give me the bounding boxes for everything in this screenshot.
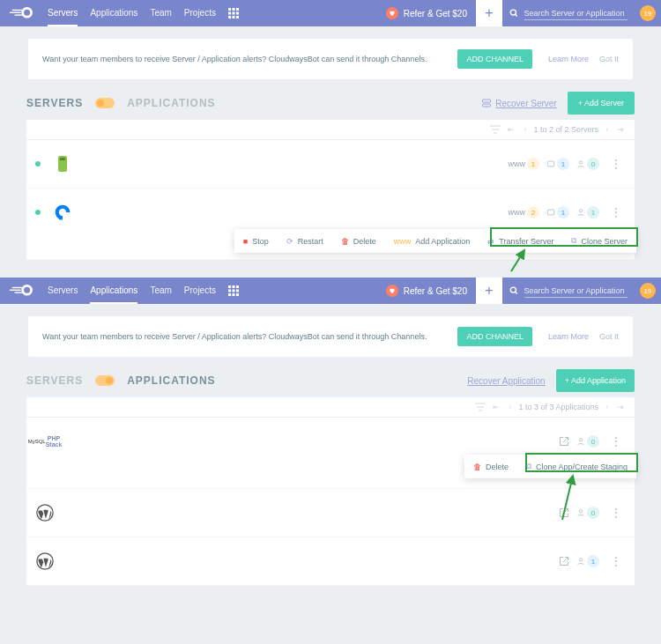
- row-menu-button[interactable]: ⋮: [606, 554, 626, 568]
- tab-servers[interactable]: SERVERS: [26, 97, 83, 109]
- page-next-icon[interactable]: ›: [604, 125, 610, 134]
- learn-more-link[interactable]: Learn More: [548, 55, 589, 63]
- recover-application-link[interactable]: Recover Application: [467, 376, 545, 386]
- page-last-icon[interactable]: ⇥: [615, 403, 626, 411]
- recover-server-link[interactable]: Recover Server: [481, 98, 556, 108]
- apps-grid-icon[interactable]: [228, 285, 239, 296]
- nav-team[interactable]: Team: [150, 1, 171, 26]
- menu-transfer-server[interactable]: ⇄Transfer Server: [479, 229, 562, 253]
- logo[interactable]: [0, 6, 44, 20]
- application-row[interactable]: 0 ⋮: [26, 489, 635, 537]
- nav-team[interactable]: Team: [150, 278, 171, 304]
- nav-servers[interactable]: Servers: [48, 1, 78, 26]
- tab-applications[interactable]: APPLICATIONS: [127, 374, 215, 387]
- add-button[interactable]: +: [476, 278, 502, 304]
- sort-icon[interactable]: [475, 403, 486, 411]
- svg-point-4: [24, 10, 30, 16]
- row-menu-button[interactable]: ⋮: [606, 157, 626, 171]
- svg-rect-16: [483, 100, 491, 102]
- nav-applications[interactable]: Applications: [90, 1, 137, 26]
- stat-projects: 1: [546, 158, 569, 170]
- svg-rect-8: [228, 12, 231, 15]
- search-input[interactable]: [524, 285, 628, 298]
- sort-icon[interactable]: [490, 125, 501, 134]
- svg-rect-38: [228, 290, 231, 292]
- search-input[interactable]: [524, 7, 628, 20]
- nav-projects[interactable]: Projects: [184, 1, 216, 26]
- svg-rect-5: [228, 8, 231, 11]
- wordpress-icon: [35, 551, 55, 571]
- nav-projects[interactable]: Projects: [184, 278, 216, 304]
- page-next-icon[interactable]: ›: [604, 403, 610, 411]
- refer-button[interactable]: Refer & Get $20: [377, 285, 476, 297]
- search-icon: [509, 285, 519, 296]
- learn-more-link[interactable]: Learn More: [548, 332, 589, 341]
- open-external-icon[interactable]: [559, 556, 569, 566]
- add-server-button[interactable]: + Add Server: [568, 92, 635, 115]
- menu-clone-server[interactable]: ⧉Clone Server: [562, 229, 636, 253]
- recover-icon: [481, 98, 492, 108]
- menu-add-application[interactable]: wwwAdd Application: [385, 229, 479, 253]
- server-row[interactable]: www2 1 1 ⋮ ■Stop ⟳Restart 🗑Delete wwwAdd…: [26, 189, 635, 260]
- tab-servers[interactable]: SERVERS: [26, 374, 83, 387]
- svg-rect-41: [228, 293, 231, 296]
- heart-icon: [386, 285, 398, 297]
- channels-alert: Want your team members to receive Server…: [28, 39, 633, 79]
- svg-rect-26: [56, 214, 59, 217]
- svg-rect-7: [236, 8, 239, 11]
- server-row[interactable]: www1 1 0 ⋮: [26, 140, 635, 189]
- page-prev-icon[interactable]: ‹: [507, 403, 513, 411]
- menu-delete[interactable]: 🗑Delete: [332, 229, 385, 253]
- svg-point-49: [579, 439, 582, 441]
- svg-rect-30: [10, 290, 21, 291]
- refer-label: Refer & Get $20: [404, 9, 467, 19]
- row-menu-button[interactable]: ⋮: [606, 205, 626, 219]
- svg-line-45: [516, 292, 517, 293]
- row-menu-button[interactable]: ⋮: [606, 506, 626, 520]
- svg-rect-25: [59, 216, 63, 219]
- row-menu-button[interactable]: ⋮: [606, 434, 626, 448]
- page-first-icon[interactable]: ⇤: [491, 403, 501, 411]
- app-name-redacted: [63, 550, 169, 573]
- refer-button[interactable]: Refer & Get $20: [377, 7, 476, 19]
- svg-line-15: [516, 14, 517, 16]
- open-external-icon[interactable]: [559, 507, 569, 518]
- server-name-redacted: [81, 201, 187, 224]
- php-stack-icon: MySQLPHP Stack: [35, 432, 55, 451]
- stat-www: www1: [509, 158, 540, 170]
- add-channel-button[interactable]: ADD CHANNEL: [457, 327, 532, 346]
- application-row[interactable]: MySQLPHP Stack 0 ⋮ 🗑Delete ⧉Clone App/Cr…: [26, 418, 635, 489]
- menu-stop[interactable]: ■Stop: [234, 229, 278, 253]
- nav-servers[interactable]: Servers: [48, 278, 78, 304]
- page-first-icon[interactable]: ⇤: [506, 125, 516, 134]
- open-external-icon[interactable]: [559, 436, 569, 447]
- server-name-redacted: [81, 152, 187, 175]
- notification-badge[interactable]: 19: [640, 5, 656, 21]
- page-last-icon[interactable]: ⇥: [615, 125, 626, 134]
- svg-rect-31: [12, 287, 22, 288]
- logo[interactable]: [0, 284, 44, 298]
- menu-delete[interactable]: 🗑Delete: [464, 455, 517, 478]
- applications-card: ⇤ ‹ 1 to 3 of 3 Applications › ⇥ MySQLPH…: [26, 397, 635, 586]
- view-toggle[interactable]: [95, 98, 115, 108]
- add-channel-button[interactable]: ADD CHANNEL: [457, 49, 532, 69]
- got-it-button[interactable]: Got It: [599, 332, 619, 341]
- tab-applications[interactable]: APPLICATIONS: [127, 97, 215, 109]
- svg-rect-40: [236, 290, 239, 292]
- add-button[interactable]: +: [476, 0, 502, 26]
- svg-rect-22: [60, 158, 65, 160]
- menu-clone-app[interactable]: ⧉Clone App/Create Staging: [517, 455, 636, 478]
- notification-badge[interactable]: 19: [640, 283, 656, 299]
- svg-point-14: [510, 10, 516, 15]
- svg-rect-0: [10, 12, 21, 13]
- got-it-button[interactable]: Got It: [599, 55, 619, 63]
- nav-applications[interactable]: Applications: [90, 278, 137, 304]
- view-toggle[interactable]: [95, 375, 115, 386]
- search-icon: [509, 8, 519, 19]
- svg-rect-37: [236, 285, 239, 288]
- apps-grid-icon[interactable]: [228, 8, 239, 19]
- application-row[interactable]: 1 ⋮: [26, 537, 635, 586]
- add-application-button[interactable]: + Add Application: [556, 369, 635, 392]
- menu-restart[interactable]: ⟳Restart: [278, 229, 332, 253]
- page-prev-icon[interactable]: ‹: [522, 125, 528, 134]
